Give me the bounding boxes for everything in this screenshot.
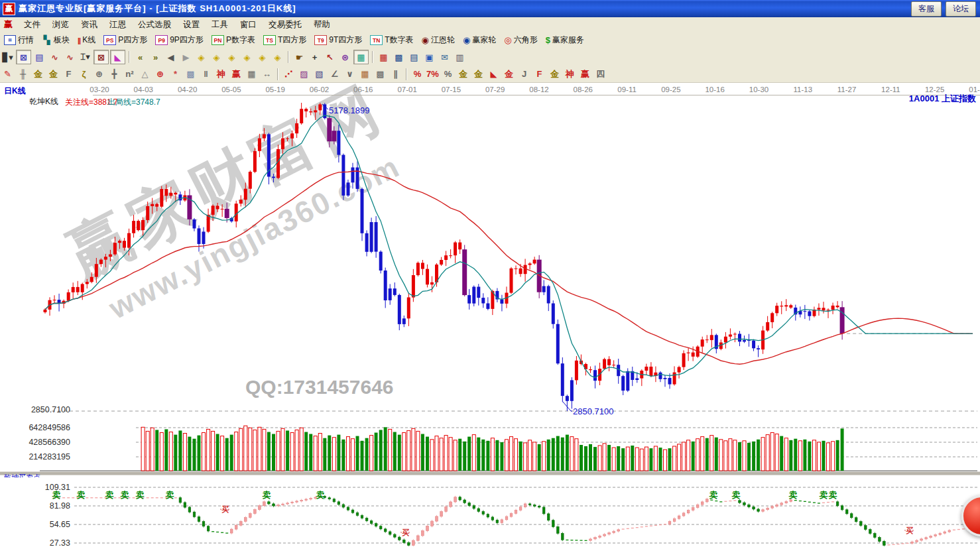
menu-item-8[interactable]: 窗口 [234, 18, 263, 32]
percent-tool[interactable]: % [441, 68, 455, 81]
win-angle-tool[interactable]: 赢 [578, 68, 592, 81]
gold-grid-tool[interactable]: 金 [31, 68, 45, 81]
notes-tool[interactable]: ▤ [407, 50, 421, 64]
triangle-tool[interactable]: △ [138, 68, 152, 81]
target-tool[interactable]: ⊕ [153, 68, 167, 81]
save-tool[interactable]: ▣ [422, 50, 436, 64]
print-tool[interactable]: ▥ [453, 50, 467, 64]
angle-box-tool[interactable]: ▧ [312, 68, 326, 81]
toolbar-button-六角形[interactable]: ◎六角形 [500, 34, 541, 46]
cross-line-tool[interactable]: ╋ [107, 68, 121, 81]
shen-angle-tool[interactable]: 神 [563, 68, 577, 81]
channel-tool[interactable]: ∥ [389, 68, 402, 81]
four-angle-tool[interactable]: 四 [593, 68, 607, 81]
star-grid-tool[interactable]: * [168, 68, 182, 81]
diamond-up-tool[interactable]: ◈ [225, 50, 239, 64]
mail-tool[interactable]: ✉ [438, 50, 452, 64]
wedge-tool[interactable]: ◣ [487, 68, 501, 81]
wave9-tool[interactable]: ∿ [63, 50, 77, 64]
menu-item-4[interactable]: 江恩 [103, 18, 132, 32]
diamond-expand-tool[interactable]: ◈ [255, 50, 269, 64]
menu-item-3[interactable]: 资讯 [75, 18, 103, 32]
diamond-left-tool[interactable]: ◈ [194, 50, 208, 64]
zone-tool[interactable]: ⊠ [16, 50, 31, 64]
hand-tool[interactable]: ☛ [292, 50, 306, 64]
web-tool[interactable]: ▩ [184, 68, 198, 81]
crosshair-tool[interactable]: + [308, 50, 322, 64]
gold-angle-tool[interactable]: 金 [548, 68, 562, 81]
diamond-right-tool[interactable]: ◈ [210, 50, 223, 64]
menu-item-1[interactable]: 文件 [18, 18, 46, 32]
toolbar-button-T数字表[interactable]: TNT数字表 [366, 34, 417, 46]
fibonacci-tool[interactable]: F [62, 68, 76, 81]
menu-item-7[interactable]: 工具 [206, 18, 234, 32]
grid-line-tool[interactable]: ╫ [16, 68, 30, 81]
toolbar-button-江恩轮[interactable]: ◉江恩轮 [418, 34, 459, 46]
toolbar-button-label: 9T四方形 [329, 34, 362, 46]
kline-chart-canvas[interactable]: 卖卖卖卖卖卖卖卖卖卖卖卖卖买买买 [0, 83, 980, 547]
flag-tool[interactable]: ◣ [110, 50, 125, 64]
gann-fan-tool[interactable]: ⋰ [282, 68, 296, 81]
toolbar-button-K线[interactable]: ||K线 [74, 34, 99, 46]
percent-retrace-tool[interactable]: % [410, 68, 424, 81]
price-grid-tool[interactable]: ▦ [358, 68, 372, 81]
square-of-nine-tool[interactable]: n² [123, 68, 137, 81]
toolbar-separator [288, 51, 289, 63]
menu-item-5[interactable]: 公式选股 [132, 18, 177, 32]
pointer-tool[interactable]: ↖ [323, 50, 337, 64]
kline-style-dropdown[interactable]: ▊▾ [1, 50, 15, 64]
toolbar-button-9P四方形[interactable]: P99P四方形 [151, 34, 208, 46]
gold-wave-tool[interactable]: 金 [502, 68, 516, 81]
time-grid-tool[interactable]: ▩ [373, 68, 387, 81]
diamond-down-tool[interactable]: ◈ [240, 50, 254, 64]
svg-text:卖: 卖 [820, 490, 828, 500]
wave3-tool[interactable]: ∿ [48, 50, 62, 64]
mesh-toggle[interactable]: ▦ [353, 50, 369, 64]
toolbar-button-行情[interactable]: ⌗行情 [0, 34, 38, 46]
toolbar-button-P四方形[interactable]: PSP四方形 [99, 34, 151, 46]
seven-percent-tool[interactable]: 7% [426, 68, 440, 81]
gold-level-tool[interactable]: 金 [471, 68, 485, 81]
gold-circle-tool[interactable]: 金 [456, 68, 470, 81]
spiral-tool[interactable]: ζ [77, 68, 91, 81]
calendar-tool[interactable]: ▦ [377, 50, 391, 64]
lasso-tool[interactable]: ⊛ [338, 50, 352, 64]
circle-tool[interactable]: ⊕ [92, 68, 106, 81]
toolbar-button-P数字表[interactable]: PNP数字表 [208, 34, 259, 46]
date-tick: 10-30 [745, 86, 774, 93]
gold-grid2-tool[interactable]: 金 [46, 68, 60, 81]
pencil-tool[interactable]: ✎ [1, 68, 15, 81]
fan-box-tool[interactable]: ▨ [297, 68, 311, 81]
menu-item-10[interactable]: 帮助 [308, 18, 336, 32]
first-page-button[interactable]: « [133, 50, 147, 64]
shen-grid-tool[interactable]: 神 [214, 68, 228, 81]
toolbar-button-T四方形[interactable]: TST四方形 [259, 34, 310, 46]
toolbar-button-赢家服务[interactable]: $赢家服务 [542, 34, 588, 46]
menu-item-6[interactable]: 设置 [177, 18, 206, 32]
last-page-button[interactable]: » [149, 50, 162, 64]
toolbar-button-9T四方形[interactable]: T99T四方形 [310, 34, 366, 46]
pin-dropdown[interactable]: ⌶▾ [78, 50, 92, 64]
service-button[interactable]: 客服 [911, 1, 942, 17]
toolbar-button-板块[interactable]: ▚板块 [38, 34, 74, 46]
menu-item-9[interactable]: 交易委托 [263, 18, 308, 32]
span-tool[interactable]: ↔ [260, 68, 274, 81]
prev-button[interactable]: ◀ [164, 50, 178, 64]
diamond-full-tool[interactable]: ◈ [271, 50, 284, 64]
toolbar-button-赢家轮[interactable]: ◉赢家轮 [459, 34, 500, 46]
toolbar-button-label: T数字表 [385, 34, 413, 46]
calculator-tool[interactable]: ▩ [392, 50, 406, 64]
win-grid-tool[interactable]: 赢 [229, 68, 243, 81]
menu-item-2[interactable]: 浏览 [46, 18, 75, 32]
j-angle-tool[interactable]: J [517, 68, 531, 81]
f-angle-tool[interactable]: F [532, 68, 546, 81]
kline-box-tool[interactable]: ⊠ [93, 50, 109, 64]
forum-button[interactable]: 论坛 [946, 1, 976, 17]
next-button[interactable]: ▶ [179, 50, 193, 64]
vee-tool[interactable]: ∨ [343, 68, 357, 81]
ruler-grid-tool[interactable]: ▦ [245, 68, 259, 81]
angle-tool[interactable]: ∠ [328, 68, 341, 81]
parallel-tool[interactable]: ǁ [199, 68, 213, 81]
oscillator-title-clipped: 乾坤买卖点 [4, 473, 40, 477]
info-panel-tool[interactable]: ▤ [32, 50, 46, 64]
